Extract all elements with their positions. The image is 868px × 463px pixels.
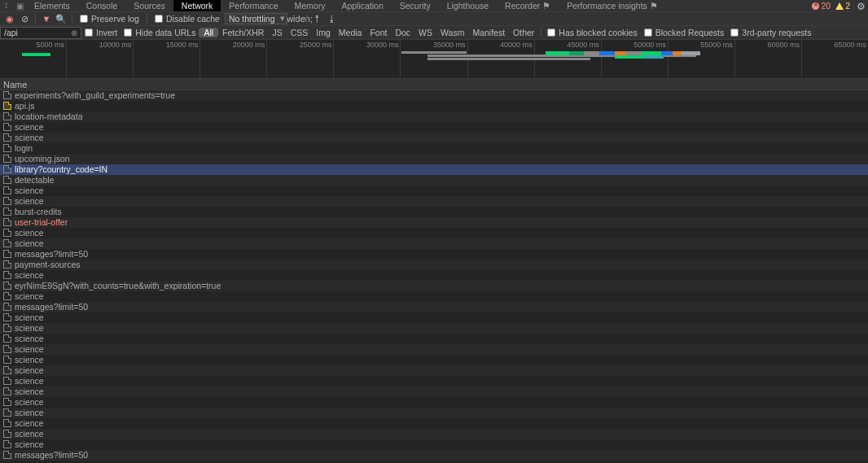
request-row[interactable]: science [0, 439, 868, 450]
filter-type-fetch-xhr[interactable]: Fetch/XHR [218, 28, 268, 37]
filter-type-img[interactable]: Img [312, 28, 335, 37]
tab-performance[interactable]: Performance [221, 0, 286, 11]
request-row[interactable]: science [0, 429, 868, 439]
request-row[interactable]: science [0, 365, 868, 376]
request-row[interactable]: burst-credits [0, 207, 868, 217]
request-row[interactable]: messages?limit=50 [0, 302, 868, 312]
tab-network[interactable]: Network [173, 0, 221, 11]
tab-recorder-[interactable]: Recorder ⚑ [497, 0, 559, 11]
third-party-checkbox[interactable]: 3rd-party requests [727, 28, 814, 37]
document-icon [3, 398, 11, 406]
clear-button[interactable]: ⊘ [18, 13, 31, 25]
filter-type-js[interactable]: JS [268, 28, 286, 37]
request-row[interactable]: science [0, 122, 868, 133]
blocked-requests-checkbox[interactable]: Blocked Requests [641, 28, 728, 37]
request-row[interactable]: science [0, 334, 868, 344]
request-row[interactable]: user-trial-offer [0, 217, 868, 228]
request-row[interactable]: payment-sources [0, 260, 868, 270]
request-row[interactable]: science [0, 323, 868, 334]
device-toggle-icon[interactable]: ▣ [13, 0, 26, 11]
overview-tick-label: 60000 ms [767, 41, 800, 49]
request-row[interactable]: science [0, 228, 868, 238]
request-row[interactable]: experiments?with_guild_experiments=true [0, 90, 868, 101]
blocked-requests-input[interactable] [644, 28, 652, 37]
request-list-header[interactable]: Name [0, 79, 868, 90]
request-row[interactable]: science [0, 376, 868, 387]
document-icon [3, 345, 11, 353]
request-name: burst-credits [15, 207, 62, 216]
filter-type-font[interactable]: Font [366, 28, 391, 37]
filter-type-manifest[interactable]: Manifest [468, 28, 509, 37]
network-conditions-icon[interactable]: �widen; [289, 13, 302, 25]
settings-gear-icon[interactable]: ⚙ [853, 0, 868, 12]
request-row[interactable]: messages?limit=50 [0, 450, 868, 461]
request-row[interactable]: science [0, 238, 868, 249]
tab-performance-insights-[interactable]: Performance insights ⚑ [559, 0, 666, 11]
throttling-select[interactable]: No throttling [225, 13, 287, 24]
disable-cache-input[interactable] [155, 15, 163, 23]
disable-cache-checkbox[interactable]: Disable cache [151, 14, 223, 24]
tab-lighthouse[interactable]: Lighthouse [439, 0, 497, 11]
error-count[interactable]: 20 [812, 1, 831, 11]
request-row[interactable]: science [0, 291, 868, 302]
request-row[interactable]: science [0, 418, 868, 429]
request-row[interactable]: science [0, 133, 868, 143]
request-row[interactable]: upcoming.json [0, 154, 868, 164]
filter-type-wasm[interactable]: Wasm [436, 28, 468, 37]
request-row[interactable]: login [0, 143, 868, 154]
request-row[interactable]: api.js [0, 101, 868, 111]
export-har-icon[interactable]: ⭳ [326, 13, 339, 25]
hide-data-urls-checkbox[interactable]: Hide data URLs [121, 28, 199, 37]
request-name: science [15, 429, 44, 439]
preserve-log-input[interactable] [80, 15, 88, 23]
request-row[interactable]: science [0, 270, 868, 281]
blocked-cookies-input[interactable] [547, 28, 555, 37]
filter-type-all[interactable]: All [199, 28, 218, 37]
request-row[interactable]: science [0, 408, 868, 418]
third-party-input[interactable] [730, 28, 739, 37]
import-har-icon[interactable]: ⭱ [311, 13, 324, 25]
clear-filter-icon[interactable]: ⊗ [69, 28, 79, 37]
invert-label: Invert [96, 28, 117, 37]
filter-type-css[interactable]: CSS [287, 28, 313, 37]
request-row[interactable]: science [0, 196, 868, 207]
request-row[interactable]: location-metadata [0, 111, 868, 122]
tab-memory[interactable]: Memory [286, 0, 333, 11]
tab-sources[interactable]: Sources [125, 0, 173, 11]
hide-data-input[interactable] [124, 28, 132, 37]
overview-tick-label: 35000 ms [433, 41, 466, 49]
request-row[interactable]: messages?limit=50 [0, 249, 868, 260]
preserve-log-checkbox[interactable]: Preserve log [77, 14, 142, 24]
request-row[interactable]: library?country_code=IN [0, 164, 868, 175]
filter-type-media[interactable]: Media [335, 28, 366, 37]
filter-toggle-icon[interactable]: ▼ [40, 13, 53, 25]
request-row[interactable]: science [0, 186, 868, 196]
filter-type-doc[interactable]: Doc [391, 28, 414, 37]
request-name: science [15, 334, 44, 343]
request-row[interactable]: science [0, 312, 868, 323]
warning-count[interactable]: 2 [835, 1, 850, 11]
blocked-cookies-checkbox[interactable]: Has blocked cookies [544, 28, 640, 37]
search-icon[interactable]: 🔍 [55, 13, 68, 25]
request-row[interactable]: detectable [0, 175, 868, 186]
filter-type-other[interactable]: Other [509, 28, 538, 37]
request-row[interactable]: science [0, 397, 868, 408]
tab-elements[interactable]: Elements [26, 0, 78, 11]
request-row[interactable]: science [0, 344, 868, 355]
disable-cache-label: Disable cache [166, 14, 220, 24]
request-row[interactable]: eyrNimE9SgN?with_counts=true&with_expira… [0, 281, 868, 291]
record-button[interactable]: ◉ [3, 13, 16, 25]
invert-input[interactable] [85, 28, 93, 37]
filter-type-ws[interactable]: WS [414, 28, 436, 37]
request-row[interactable]: science [0, 355, 868, 365]
invert-checkbox[interactable]: Invert [81, 28, 121, 37]
tab-security[interactable]: Security [392, 0, 439, 11]
tab-console[interactable]: Console [78, 0, 126, 11]
document-icon [3, 155, 11, 163]
network-overview[interactable]: 5000 ms10000 ms15000 ms20000 ms25000 ms3… [0, 40, 868, 79]
request-name: api.js [15, 101, 35, 111]
request-name: science [15, 122, 44, 132]
request-row[interactable]: science [0, 387, 868, 397]
tab-application[interactable]: Application [333, 0, 391, 11]
inspect-icon[interactable]: ⟟ [0, 0, 13, 11]
